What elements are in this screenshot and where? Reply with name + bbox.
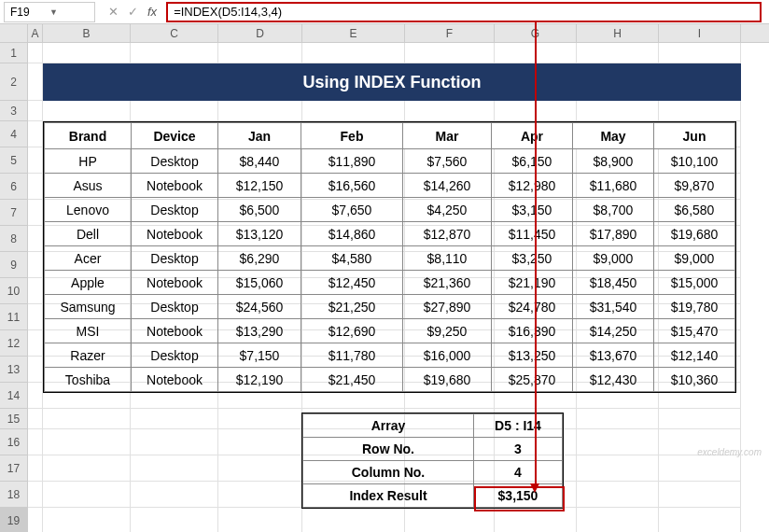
- table-cell[interactable]: Toshiba: [45, 368, 132, 392]
- table-cell[interactable]: Apple: [45, 271, 132, 295]
- table-cell[interactable]: $8,900: [573, 149, 654, 174]
- row-header-selected[interactable]: 19: [0, 508, 28, 532]
- table-cell[interactable]: Dell: [45, 222, 132, 246]
- table-cell[interactable]: $19,680: [403, 368, 492, 392]
- col-header-e[interactable]: E: [302, 24, 405, 42]
- header-apr[interactable]: Apr: [492, 123, 573, 149]
- row-header[interactable]: 6: [0, 174, 28, 200]
- header-device[interactable]: Device: [132, 123, 218, 149]
- col-header-f[interactable]: F: [405, 24, 495, 42]
- col-header-g[interactable]: G: [495, 24, 577, 42]
- table-cell[interactable]: $21,190: [492, 271, 573, 295]
- table-cell[interactable]: $21,250: [301, 295, 403, 319]
- table-cell[interactable]: $12,450: [301, 271, 403, 295]
- header-feb[interactable]: Feb: [301, 123, 403, 149]
- table-cell[interactable]: $18,450: [573, 271, 654, 295]
- row-header[interactable]: 14: [0, 383, 28, 409]
- table-cell[interactable]: $25,870: [492, 368, 573, 392]
- header-mar[interactable]: Mar: [403, 123, 492, 149]
- array-value[interactable]: D5 : I14: [474, 414, 563, 438]
- chevron-down-icon[interactable]: ▼: [49, 7, 89, 17]
- table-cell[interactable]: $8,110: [403, 246, 492, 271]
- header-brand[interactable]: Brand: [45, 123, 132, 149]
- row-header[interactable]: 16: [0, 429, 28, 455]
- row-header[interactable]: 2: [0, 63, 28, 101]
- cell-area[interactable]: Using INDEX Function Brand Device Jan Fe…: [28, 43, 769, 532]
- table-cell[interactable]: $12,870: [403, 222, 492, 246]
- table-cell[interactable]: $15,470: [654, 319, 735, 343]
- table-cell[interactable]: Desktop: [132, 198, 218, 222]
- array-label[interactable]: Array: [303, 414, 474, 438]
- table-cell[interactable]: $3,150: [492, 198, 573, 222]
- table-cell[interactable]: $7,150: [218, 343, 301, 368]
- table-cell[interactable]: $4,580: [301, 246, 403, 271]
- table-cell[interactable]: Asus: [45, 174, 132, 198]
- table-cell[interactable]: $10,100: [654, 149, 735, 174]
- table-cell[interactable]: $11,890: [301, 149, 403, 174]
- table-cell[interactable]: $7,560: [403, 149, 492, 174]
- table-cell[interactable]: $6,580: [654, 198, 735, 222]
- result-label[interactable]: Index Result: [303, 484, 474, 508]
- table-cell[interactable]: $14,250: [573, 319, 654, 343]
- table-cell[interactable]: $12,980: [492, 174, 573, 198]
- table-cell[interactable]: $9,250: [403, 319, 492, 343]
- table-cell[interactable]: $21,450: [301, 368, 403, 392]
- table-cell[interactable]: Desktop: [132, 246, 218, 271]
- table-cell[interactable]: $24,780: [492, 295, 573, 319]
- table-cell[interactable]: $6,500: [218, 198, 301, 222]
- row-value[interactable]: 3: [474, 438, 563, 461]
- table-cell[interactable]: Notebook: [132, 368, 218, 392]
- header-jun[interactable]: Jun: [654, 123, 735, 149]
- table-cell[interactable]: $16,390: [492, 319, 573, 343]
- table-cell[interactable]: $13,290: [218, 319, 301, 343]
- col-header-d[interactable]: D: [218, 24, 302, 42]
- col-header-b[interactable]: B: [43, 24, 131, 42]
- row-header[interactable]: 15: [0, 409, 28, 429]
- row-label[interactable]: Row No.: [303, 438, 474, 461]
- result-value[interactable]: $3,150: [474, 484, 563, 508]
- table-cell[interactable]: $9,000: [573, 246, 654, 271]
- table-cell[interactable]: Desktop: [132, 149, 218, 174]
- row-header[interactable]: 5: [0, 147, 28, 174]
- header-jan[interactable]: Jan: [218, 123, 301, 149]
- table-cell[interactable]: $19,680: [654, 222, 735, 246]
- table-cell[interactable]: $6,290: [218, 246, 301, 271]
- table-cell[interactable]: $17,890: [573, 222, 654, 246]
- col-header-a[interactable]: A: [28, 24, 43, 42]
- row-header[interactable]: 11: [0, 304, 28, 330]
- select-all-corner[interactable]: [0, 24, 28, 42]
- table-cell[interactable]: Notebook: [132, 222, 218, 246]
- table-cell[interactable]: Samsung: [45, 295, 132, 319]
- col-header-i[interactable]: I: [659, 24, 741, 42]
- table-cell[interactable]: $15,000: [654, 271, 735, 295]
- table-cell[interactable]: $9,000: [654, 246, 735, 271]
- table-cell[interactable]: $11,780: [301, 343, 403, 368]
- table-cell[interactable]: $15,060: [218, 271, 301, 295]
- table-cell[interactable]: $8,440: [218, 149, 301, 174]
- row-header[interactable]: 12: [0, 330, 28, 357]
- row-header[interactable]: 13: [0, 357, 28, 383]
- col-label[interactable]: Column No.: [303, 461, 474, 484]
- table-cell[interactable]: $7,650: [301, 198, 403, 222]
- row-header[interactable]: 10: [0, 278, 28, 304]
- confirm-icon[interactable]: ✓: [128, 5, 138, 19]
- table-cell[interactable]: $24,560: [218, 295, 301, 319]
- table-cell[interactable]: $16,560: [301, 174, 403, 198]
- table-cell[interactable]: Desktop: [132, 295, 218, 319]
- table-cell[interactable]: Notebook: [132, 174, 218, 198]
- table-cell[interactable]: $8,700: [573, 198, 654, 222]
- table-cell[interactable]: $6,150: [492, 149, 573, 174]
- col-value[interactable]: 4: [474, 461, 563, 484]
- table-cell[interactable]: $12,430: [573, 368, 654, 392]
- table-cell[interactable]: $12,150: [218, 174, 301, 198]
- table-cell[interactable]: Notebook: [132, 271, 218, 295]
- row-header[interactable]: 18: [0, 482, 28, 508]
- col-header-h[interactable]: H: [577, 24, 659, 42]
- header-may[interactable]: May: [573, 123, 654, 149]
- table-cell[interactable]: $13,670: [573, 343, 654, 368]
- table-cell[interactable]: Acer: [45, 246, 132, 271]
- table-cell[interactable]: Desktop: [132, 343, 218, 368]
- row-header[interactable]: 7: [0, 200, 28, 226]
- table-cell[interactable]: Notebook: [132, 319, 218, 343]
- table-cell[interactable]: $21,360: [403, 271, 492, 295]
